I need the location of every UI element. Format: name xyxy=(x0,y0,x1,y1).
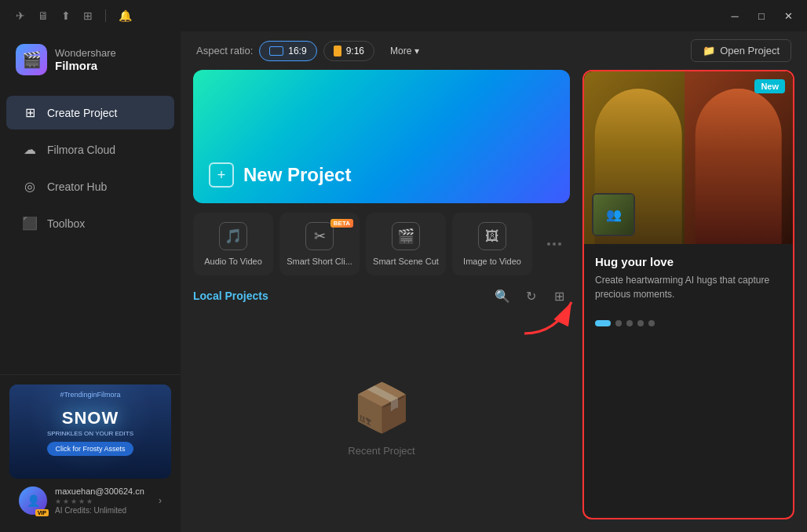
tool-smart-scene-cut[interactable]: 🎬 Smart Scene Cut xyxy=(366,213,446,275)
brand-name: Wondershare xyxy=(55,47,116,60)
divider xyxy=(105,9,106,22)
featured-dot-4[interactable] xyxy=(637,320,644,326)
sidebar-item-create-project[interactable]: ⊞ Create Project xyxy=(6,96,174,129)
featured-info: Hug your love Create heartwarming AI hug… xyxy=(584,244,793,312)
featured-dot-5[interactable] xyxy=(648,320,655,326)
cloud-upload-icon[interactable]: ⬆ xyxy=(61,9,71,22)
new-project-card[interactable]: + New Project xyxy=(193,70,570,203)
more-dots xyxy=(547,242,561,246)
product-name: Filmora xyxy=(55,59,116,72)
featured-image-area: 👥 New xyxy=(584,71,793,244)
window-controls: ─ □ ✕ xyxy=(722,5,801,27)
quick-tools: 🎵 Audio To Video BETA ✂ Smart Short Cli.… xyxy=(193,213,570,275)
bell-icon[interactable]: 🔔 xyxy=(119,9,132,22)
logo-area: 🎬 Wondershare Filmora xyxy=(0,31,181,88)
tool-image-to-video[interactable]: 🖼 Image to Video xyxy=(452,213,532,275)
app-logo: 🎬 xyxy=(16,44,47,75)
maximize-button[interactable]: □ xyxy=(749,5,774,27)
projects-empty: 📦 Recent Project xyxy=(193,316,570,519)
dot-3 xyxy=(558,242,561,246)
vip-badge: VIP xyxy=(35,509,49,516)
tool-smart-short-cli[interactable]: BETA ✂ Smart Short Cli... xyxy=(279,213,360,275)
overlay-card-inner: 👥 xyxy=(593,195,634,235)
promo-banner[interactable]: #TrendinginFilmora SNOW SPRINKLES ON YOU… xyxy=(9,384,171,479)
ratio-9-16-icon xyxy=(334,46,341,56)
smart-scene-cut-icon: 🎬 xyxy=(392,222,420,250)
section-actions: 🔍 ↻ ⊞ xyxy=(491,285,570,307)
user-stars: ★ ★ ★ ★ ★ xyxy=(55,497,151,505)
tool-audio-to-video-label: Audio To Video xyxy=(204,257,262,266)
featured-dot-3[interactable] xyxy=(626,320,633,326)
promo-snow-text: SNOW xyxy=(62,408,119,428)
folder-icon: 📁 xyxy=(703,45,715,56)
minimize-button[interactable]: ─ xyxy=(722,5,747,27)
sidebar-item-toolbox[interactable]: ⬛ Toolbox xyxy=(6,206,174,240)
content-area: Aspect ratio: 16:9 9:16 More ▾ 📁 Open Pr xyxy=(181,31,807,532)
aspect-ratio-label: Aspect ratio: xyxy=(196,45,253,56)
featured-dot-2[interactable] xyxy=(615,320,622,326)
sidebar: 🎬 Wondershare Filmora ⊞ Create Project ☁… xyxy=(0,31,181,532)
toolbar-left: Aspect ratio: 16:9 9:16 More ▾ xyxy=(196,41,429,61)
user-area[interactable]: 👤 VIP maxuehan@300624.cn ★ ★ ★ ★ ★ AI Cr… xyxy=(9,479,171,523)
user-chevron-icon: › xyxy=(159,495,162,506)
empty-folder-icon: 📦 xyxy=(352,380,411,435)
star-2: ★ xyxy=(63,497,69,505)
featured-dot-1[interactable] xyxy=(595,320,611,326)
screen-icon[interactable]: 🖥 xyxy=(38,9,49,22)
sidebar-item-filmora-cloud[interactable]: ☁ Filmora Cloud xyxy=(6,133,174,166)
sidebar-item-label-cloud: Filmora Cloud xyxy=(47,144,115,156)
empty-label: Recent Project xyxy=(348,445,414,457)
creator-hub-icon: ◎ xyxy=(22,179,38,194)
grid-view-icon[interactable]: ⊞ xyxy=(548,285,570,307)
dot-1 xyxy=(547,242,550,246)
left-panel: + New Project 🎵 Audio To Video BETA ✂ Sm… xyxy=(193,70,570,519)
logo-text: Wondershare Filmora xyxy=(55,47,116,73)
sidebar-item-label-hub: Creator Hub xyxy=(47,180,107,193)
sidebar-footer: #TrendinginFilmora SNOW SPRINKLES ON YOU… xyxy=(0,374,181,532)
new-project-icon: + xyxy=(209,162,234,188)
tool-image-to-video-label: Image to Video xyxy=(463,257,521,266)
content-main: + New Project 🎵 Audio To Video BETA ✂ Sm… xyxy=(181,70,807,532)
ratio-9-16-button[interactable]: 9:16 xyxy=(323,41,374,61)
featured-dots xyxy=(584,312,793,334)
tool-audio-to-video[interactable]: 🎵 Audio To Video xyxy=(193,213,273,275)
star-1: ★ xyxy=(55,497,61,505)
toolbar-right: 📁 Open Project xyxy=(691,39,791,62)
share-icon[interactable]: ✈ xyxy=(16,9,25,22)
ratio-16-9-button[interactable]: 16:9 xyxy=(259,41,316,61)
featured-title: Hug your love xyxy=(595,255,782,268)
toolbox-icon: ⬛ xyxy=(22,216,38,231)
new-project-content: + New Project xyxy=(209,162,351,188)
dot-2 xyxy=(553,242,556,246)
grid-icon[interactable]: ⊞ xyxy=(83,9,93,22)
toolbar: Aspect ratio: 16:9 9:16 More ▾ 📁 Open Pr xyxy=(181,31,807,70)
sidebar-item-creator-hub[interactable]: ◎ Creator Hub xyxy=(6,169,174,203)
refresh-icon[interactable]: ↻ xyxy=(520,285,542,307)
sidebar-item-label-create: Create Project xyxy=(47,107,117,119)
more-tools-button[interactable] xyxy=(539,233,570,255)
promo-subtitle: SPRINKLES ON YOUR EDITS xyxy=(47,430,133,437)
new-project-label: New Project xyxy=(243,164,351,186)
featured-image-right xyxy=(685,71,793,244)
section-title: Local Projects xyxy=(193,290,268,302)
open-project-button[interactable]: 📁 Open Project xyxy=(691,39,791,62)
close-button[interactable]: ✕ xyxy=(776,5,801,27)
section-header: Local Projects 🔍 ↻ ⊞ xyxy=(193,285,570,307)
more-label: More xyxy=(390,46,411,56)
title-bar: ✈ 🖥 ⬆ ⊞ 🔔 ─ □ ✕ xyxy=(0,0,807,31)
promo-banner-inner: #TrendinginFilmora SNOW SPRINKLES ON YOU… xyxy=(9,384,171,479)
user-credits: AI Credits: Unlimited xyxy=(55,506,151,515)
create-project-icon: ⊞ xyxy=(22,105,38,120)
sidebar-item-label-toolbox: Toolbox xyxy=(47,217,85,230)
person-silhouette-right xyxy=(696,89,783,244)
promo-button[interactable]: Click for Frosty Assets xyxy=(47,442,133,456)
featured-panel[interactable]: 👥 New Hug your love Create heartwarming … xyxy=(582,70,794,519)
new-badge: New xyxy=(754,79,785,93)
ratio-16-9-label: 16:9 xyxy=(288,46,306,56)
star-5: ★ xyxy=(86,497,93,505)
search-icon[interactable]: 🔍 xyxy=(491,285,513,307)
cloud-icon: ☁ xyxy=(22,142,38,157)
featured-overlay-card: 👥 xyxy=(592,193,635,236)
user-info: maxuehan@300624.cn ★ ★ ★ ★ ★ AI Credits:… xyxy=(55,486,151,515)
more-button[interactable]: More ▾ xyxy=(381,42,429,60)
